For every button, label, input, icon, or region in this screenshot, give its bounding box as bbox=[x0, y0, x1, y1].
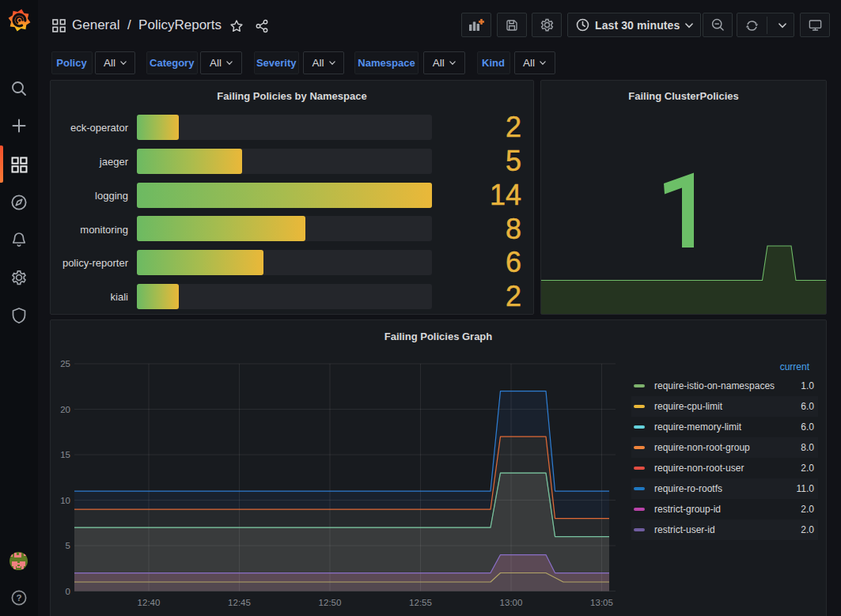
svg-text:5: 5 bbox=[66, 541, 70, 550]
svg-text:25: 25 bbox=[60, 359, 70, 368]
svg-text:20: 20 bbox=[60, 405, 70, 414]
svg-text:0: 0 bbox=[66, 587, 70, 596]
svg-text:12:45: 12:45 bbox=[228, 598, 251, 607]
svg-text:15: 15 bbox=[60, 450, 70, 459]
svg-text:13:00: 13:00 bbox=[500, 598, 523, 607]
svg-text:12:55: 12:55 bbox=[409, 598, 432, 607]
svg-text:?: ? bbox=[16, 593, 21, 603]
svg-text:12:40: 12:40 bbox=[138, 598, 161, 607]
svg-text:13:05: 13:05 bbox=[590, 598, 613, 607]
svg-text:12:50: 12:50 bbox=[319, 598, 342, 607]
svg-text:10: 10 bbox=[60, 496, 70, 505]
